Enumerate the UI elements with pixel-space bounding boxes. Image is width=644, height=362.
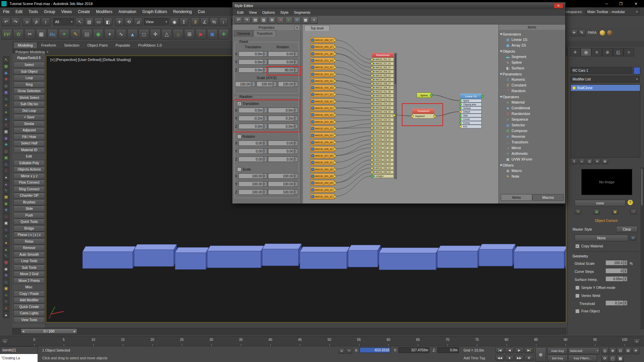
ribbon-tab-populate[interactable]: Populate [111,42,134,48]
item-constant[interactable]: 2Constant [505,83,526,87]
tool-icon-19[interactable]: ▲ [3,181,9,187]
random-scale-z-max-field[interactable]: 100.00▲ ▼ [268,189,298,195]
randomize-input-27[interactable]: AM132_033_01 [372,166,394,170]
copy-icon[interactable]: ▤ [252,16,259,24]
segment-node-am132-031-01[interactable]: AM132_031_01 [310,194,335,199]
segment-node-am132-012-14[interactable]: AM132_012_14 [310,58,335,63]
set-keys-button[interactable]: ⊕ [535,347,546,362]
input-dot[interactable] [371,90,373,93]
ribbon-tab-proribbon-1-0[interactable]: ProRibbon 1.0 [134,42,166,48]
fixed-scale-field-2[interactable]: 100.00▲ ▼ [278,81,298,87]
frame-forward-arrow[interactable]: ▶ [74,330,76,333]
ribbon-tab-freeform[interactable]: Freeform [37,42,60,48]
randomize-input-19[interactable]: AM132_024_01 [372,134,394,138]
random-translation-checkbox[interactable]: ✓ [237,102,241,106]
frame-back-arrow[interactable]: ◀ [22,330,24,333]
input-dot[interactable] [371,74,373,77]
random-rotation-z-min-field[interactable]: 0.00▲ ▼ [238,157,267,162]
random-translation-x-min-field[interactable]: 0.0m▲ ▼ [238,108,267,113]
zoom-all-icon[interactable]: ⊕ [609,347,616,354]
style-none-button[interactable]: none [575,200,626,206]
spline-output-dot[interactable] [430,94,433,97]
segment-node-am132-016-33[interactable]: AM132_016_33 [310,85,335,90]
segment-node-am132-024-01[interactable]: AM132_024_01 [310,132,335,138]
minimize-button[interactable]: ─ [600,2,614,6]
rappa-button-ring-connect[interactable]: Ring Connect [13,186,45,192]
master-style-none-button[interactable]: None [575,235,628,241]
vertex-weld-checkbox[interactable] [575,294,580,298]
input-dot[interactable] [371,103,373,105]
rappa-button-sub-obj-iso[interactable]: Sub Obj Iso [13,101,45,107]
se-menu-style[interactable]: Style [278,10,291,14]
curve-steps-field[interactable]: 0▲▼ [605,268,628,274]
menu-group[interactable]: Group [41,9,58,14]
modifier-list-dropdown[interactable]: Modifier List ▾ [571,76,640,82]
random-rotation-x-min-field[interactable]: 0.00▲ ▼ [238,140,267,146]
items-group-generators[interactable]: ▾ Generators [500,32,521,36]
selected-mode-dropdown[interactable]: Selected▾ [568,347,600,354]
scissors-tool-icon[interactable]: ✂ [24,29,35,40]
refresh-icon[interactable]: ⟳ [630,235,636,241]
segment-node-am132-023-21[interactable]: AM132_023_21 [310,126,335,131]
geometry-header[interactable]: Geometry [573,254,588,258]
canvas-tab-top-level[interactable]: Top level [304,25,330,31]
pan-icon[interactable]: ✛ [632,347,639,354]
simple-y-offset-checkbox[interactable] [575,286,580,290]
spinner[interactable]: ▲ ▼ [263,68,267,72]
go-start-button[interactable]: |◀ [495,347,504,353]
input-dot[interactable] [371,167,373,170]
tool-icon-13[interactable]: ✚ [3,141,9,148]
select-by-name-icon[interactable]: ▤ [85,17,94,26]
input-dot[interactable] [459,118,462,120]
tool-icon-3[interactable]: ✚ [3,76,9,83]
item-array-2s[interactable]: ▦Array 2S [505,43,526,47]
output-dot[interactable] [333,121,336,123]
randomize-input-0[interactable]: AM132_001_01 [372,58,394,61]
refresh-icon[interactable]: ⟳ [293,16,301,24]
rappa-button-sub-tools[interactable]: Sub Tools [13,264,45,271]
tool-icon-30[interactable]: ↖ [3,252,9,259]
random-scale-x-min-field[interactable]: 100.00▲ ▼ [238,173,267,179]
spinner[interactable]: ▲ ▼ [263,60,267,64]
input-dot[interactable] [371,147,373,149]
select-rotate-icon[interactable]: ⟲ [124,17,133,26]
configure-modifier-icon[interactable]: ⚙ [602,159,608,164]
undo-icon[interactable]: ↶ [235,16,242,24]
tool-icon-28[interactable]: ● [3,239,9,246]
se-menu-segments[interactable]: Segments [291,10,313,14]
tool-icon-6[interactable]: ∿ [3,96,9,102]
clear-button[interactable]: Clear [616,226,638,232]
fp-tools-icon[interactable]: FP [2,29,12,40]
tool-icon-29[interactable]: ▲ [3,246,9,253]
tool-icon-21[interactable]: ▦ [3,194,9,200]
menu-file[interactable]: File [0,9,12,14]
rappa-button-move-2-grid[interactable]: Move 2 Grid [13,271,45,277]
randomize-input-13[interactable]: AM132_016_33 [372,110,394,114]
settings-icon[interactable]: ⌗ [310,16,318,24]
output-dot[interactable] [333,80,336,82]
ribbon-tab-modeling[interactable]: Modeling [13,42,37,48]
input-dot[interactable] [371,82,373,85]
rappa-button-push[interactable]: Push [13,212,45,219]
command-tab-motion[interactable]: ⊚ [602,48,613,56]
items-group-parameters[interactable]: ▾ Parameters [500,72,522,76]
spinner-snap-icon[interactable]: ↕ [219,17,228,26]
spinner[interactable]: ▲ ▼ [263,190,267,194]
randomize-input-28[interactable]: AM132_030_01 [372,170,394,174]
segment-node-am132-031-05[interactable]: AM132_031_05 [310,173,335,179]
edit-style-icon[interactable]: ✎ [575,209,581,215]
rappa-button-cams-lights[interactable]: Cams Lights [13,310,45,316]
item-linear-1s[interactable]: ▥Linear 1S [505,38,527,42]
show-end-result-icon[interactable]: ≡ [579,159,585,164]
randomize-input-9[interactable]: AM132_012_14 [372,94,394,98]
properties-close-icon[interactable]: ✕ [294,25,300,30]
segment-node-am132-009-37[interactable]: AM132_009_37 [310,44,335,50]
zoom-extents-icon[interactable]: ⊡ [617,347,624,354]
rappa-button-save[interactable]: + Save [13,114,45,120]
grid-icon[interactable]: ▦ [302,16,309,24]
spinner[interactable]: ▲ ▼ [263,52,267,56]
spinner[interactable]: ▲ ▼ [263,124,267,129]
random-scale-z-min-field[interactable]: 100.00▲ ▼ [238,189,267,195]
tool-icon-20[interactable]: ↖ [3,187,9,194]
tool-icon-8[interactable]: ● [3,109,9,115]
